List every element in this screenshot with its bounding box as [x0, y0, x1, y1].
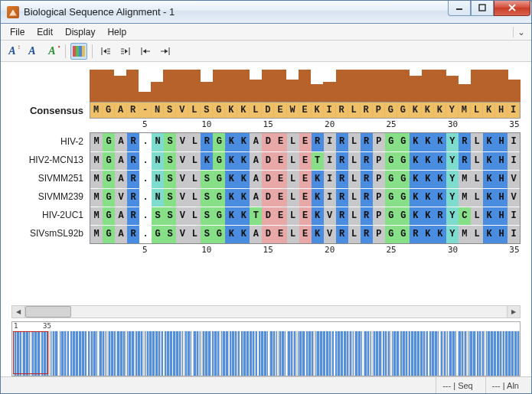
- residue-cell[interactable]: K: [434, 171, 446, 188]
- residue-cell[interactable]: K: [422, 207, 434, 225]
- residue-cell[interactable]: R: [127, 171, 139, 188]
- residue-cell[interactable]: K: [483, 226, 495, 243]
- residue-cell[interactable]: R: [312, 133, 324, 151]
- sequence-name[interactable]: SIVMM239: [11, 187, 90, 206]
- residue-cell[interactable]: S: [164, 189, 176, 207]
- sequence-name[interactable]: HIV-2UC1: [11, 206, 90, 224]
- residue-cell[interactable]: .: [139, 171, 152, 188]
- consensus-residue[interactable]: R: [361, 103, 373, 118]
- residue-cell[interactable]: K: [312, 207, 324, 225]
- residue-cell[interactable]: G: [397, 189, 410, 207]
- residue-cell[interactable]: D: [262, 171, 274, 188]
- consensus-residue[interactable]: I: [324, 103, 336, 118]
- residue-cell[interactable]: K: [225, 189, 237, 207]
- residue-cell[interactable]: L: [471, 226, 483, 243]
- shift-left-button[interactable]: [97, 43, 114, 60]
- residue-cell[interactable]: T: [312, 152, 324, 170]
- residue-cell[interactable]: G: [385, 226, 397, 243]
- residue-cell[interactable]: K: [237, 171, 250, 188]
- residue-cell[interactable]: K: [422, 152, 434, 170]
- residue-cell[interactable]: G: [385, 189, 397, 207]
- sequence-name[interactable]: HIV-2: [11, 132, 90, 151]
- shift-right-button[interactable]: [117, 43, 134, 60]
- residue-cell[interactable]: S: [164, 152, 176, 170]
- residue-cell[interactable]: S: [164, 133, 176, 151]
- residue-cell[interactable]: K: [434, 226, 446, 243]
- consensus-residue[interactable]: P: [373, 103, 385, 118]
- residue-cell[interactable]: R: [201, 133, 213, 151]
- residue-cell[interactable]: N: [152, 133, 164, 151]
- consensus-residue[interactable]: M: [459, 103, 471, 118]
- residue-cell[interactable]: A: [250, 226, 262, 243]
- residue-cell[interactable]: L: [348, 189, 361, 207]
- residue-cell[interactable]: K: [237, 226, 250, 243]
- residue-cell[interactable]: R: [127, 133, 139, 151]
- residue-cell[interactable]: H: [495, 207, 508, 225]
- residue-cell[interactable]: K: [410, 189, 422, 207]
- residue-cell[interactable]: V: [176, 171, 188, 188]
- residue-cell[interactable]: K: [225, 207, 237, 225]
- residue-cell[interactable]: N: [152, 171, 164, 188]
- residue-cell[interactable]: G: [213, 226, 225, 243]
- sequence-name[interactable]: HIV2-MCN13: [11, 151, 90, 169]
- residue-cell[interactable]: P: [373, 133, 385, 151]
- overview-selection-box[interactable]: [13, 331, 48, 374]
- menu-help[interactable]: Help: [101, 25, 132, 39]
- residue-cell[interactable]: M: [90, 171, 103, 188]
- residue-cell[interactable]: A: [250, 189, 262, 207]
- residue-cell[interactable]: S: [164, 207, 176, 225]
- residue-cell[interactable]: R: [336, 207, 348, 225]
- residue-cell[interactable]: I: [508, 207, 520, 225]
- alignment-grid[interactable]: MGAR.NSVLRGKKADELERIRLRPGGKKKYRLKHIMGAR.…: [90, 132, 521, 244]
- residue-cell[interactable]: E: [274, 207, 286, 225]
- menu-file[interactable]: File: [4, 25, 31, 39]
- residue-cell[interactable]: P: [373, 207, 385, 225]
- residue-cell[interactable]: L: [287, 133, 299, 151]
- residue-cell[interactable]: S: [201, 207, 213, 225]
- residue-cell[interactable]: E: [274, 152, 286, 170]
- close-button[interactable]: [494, 1, 530, 16]
- residue-cell[interactable]: G: [385, 207, 397, 225]
- residue-cell[interactable]: L: [287, 226, 299, 243]
- residue-cell[interactable]: S: [201, 226, 213, 243]
- consensus-residue[interactable]: E: [299, 103, 312, 118]
- consensus-residue[interactable]: H: [495, 103, 508, 118]
- residue-cell[interactable]: H: [495, 226, 508, 243]
- residue-cell[interactable]: R: [127, 189, 139, 207]
- residue-cell[interactable]: K: [410, 207, 422, 225]
- consensus-residue[interactable]: K: [225, 103, 237, 118]
- residue-cell[interactable]: Y: [446, 189, 459, 207]
- scroll-right-arrow-icon[interactable]: ▶: [507, 306, 520, 317]
- residue-cell[interactable]: L: [188, 226, 201, 243]
- residue-cell[interactable]: G: [103, 171, 115, 188]
- residue-cell[interactable]: L: [348, 207, 361, 225]
- consensus-residue[interactable]: W: [287, 103, 299, 118]
- residue-cell[interactable]: S: [201, 189, 213, 207]
- consensus-residue[interactable]: I: [508, 103, 520, 118]
- residue-cell[interactable]: G: [103, 226, 115, 243]
- consensus-residue[interactable]: K: [237, 103, 250, 118]
- align-left-button[interactable]: [137, 43, 154, 60]
- residue-cell[interactable]: G: [385, 133, 397, 151]
- residue-cell[interactable]: A: [115, 152, 127, 170]
- consensus-residue[interactable]: L: [250, 103, 262, 118]
- residue-cell[interactable]: R: [336, 226, 348, 243]
- residue-cell[interactable]: K: [410, 133, 422, 151]
- residue-cell[interactable]: .: [139, 133, 152, 151]
- residue-cell[interactable]: R: [336, 189, 348, 207]
- residue-cell[interactable]: K: [422, 189, 434, 207]
- residue-cell[interactable]: L: [188, 189, 201, 207]
- residue-cell[interactable]: R: [434, 207, 446, 225]
- residue-cell[interactable]: K: [410, 171, 422, 188]
- residue-cell[interactable]: R: [361, 152, 373, 170]
- residue-cell[interactable]: L: [348, 152, 361, 170]
- residue-cell[interactable]: K: [312, 226, 324, 243]
- align-right-button[interactable]: [157, 43, 174, 60]
- consensus-residue[interactable]: G: [397, 103, 410, 118]
- residue-cell[interactable]: V: [324, 226, 336, 243]
- residue-cell[interactable]: I: [508, 152, 520, 170]
- residue-cell[interactable]: K: [434, 189, 446, 207]
- residue-cell[interactable]: P: [373, 152, 385, 170]
- residue-cell[interactable]: V: [176, 152, 188, 170]
- residue-cell[interactable]: K: [434, 133, 446, 151]
